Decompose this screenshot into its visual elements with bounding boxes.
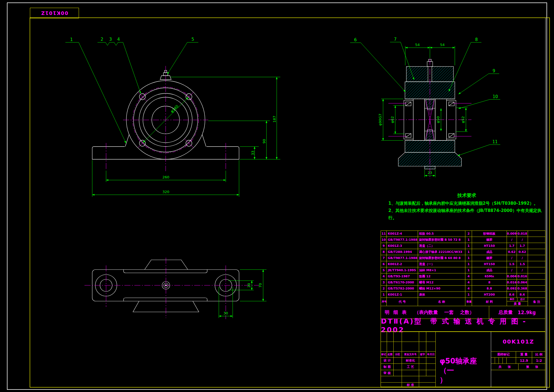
parts-list-header: 序号 代 号 名 称 数量 材 料 单件 总计 质 量 备 注 [381,298,545,306]
cell-no: 2 [381,286,387,292]
cell-code: GB/T6170-2000 [387,280,418,286]
cad-viewer-sheet: { "colors":{"geometry":"#ffffff","dimens… [0,0,554,392]
dim-width-left: 54 [415,43,420,47]
rev-col-docno: 更改文件号 [402,352,419,358]
balloon-10: 10 [493,94,498,99]
cell-material: 成品 [472,267,507,273]
cell-unit-mass: 0.62 [507,249,517,255]
cell-qty: 1 [465,255,472,261]
bottom-dimensions [219,270,266,318]
cell-unit-mass: / [507,255,517,261]
table-row: 1K001Z-1座体1HT2008.68.6 [381,292,545,298]
cell-material: HT150 [472,243,507,249]
cell-remark [528,292,546,298]
table-row: 7GB/T9877.1-1988旋转轴唇形密封圈 B 60 80 81橡胶// [381,255,545,261]
cell-remark [528,267,546,273]
cell-no: 6 [381,261,387,267]
table-row: 2GB/T5782-2000螺栓 M12×9048.80.0920.368 [381,286,545,292]
role-draft: 制 图 [381,364,394,370]
balloon-7: 7 [394,37,397,42]
stamp-weight-value: 12.9 [516,358,532,364]
front-centerlines [106,66,226,171]
cell-code: GB/T9877.1-1988 [387,237,418,243]
table-row: 3GB/T6170-2000螺母 M12480.0160.064 [381,280,545,286]
header-qty: 数量 [465,298,472,306]
cell-name: 座体 [418,292,465,298]
rev-col-date: 年月日 [426,352,436,358]
dim-cover-dia-left: φ62 [390,116,394,123]
total-mass-label: 总质量 [499,309,513,316]
cell-remark [528,237,546,243]
tech-req-line: 1、与滚筒装配后，轴承座内腔中应充满锂基润滑脂2号（SH/T0380-1992）… [388,200,545,207]
dim-bore-fit: φ90G7 [378,114,382,125]
header-mass-total: 总计 [517,298,528,301]
balloon-9: 9 [493,68,495,73]
cell-qty: 2 [465,231,472,237]
cell-unit-mass: / [507,267,517,273]
cell-material: 8.8 [472,286,507,292]
cell-qty: 1 [465,249,472,255]
cell-unit-mass: / [507,237,517,243]
cell-no: 11 [381,231,387,237]
dim-boss-width: 23 [428,171,432,175]
technical-requirements: 技术要求 1、与滚筒装配后，轴承座内腔中应充满锂基润滑脂2号（SH/T0380-… [388,192,545,221]
cell-remark [528,249,546,255]
cell-code: GB/T93-1987 [387,273,418,280]
cell-name: 垫圈 12 [418,273,465,280]
cell-qty: 1 [465,267,472,273]
cell-material: HT150 [472,261,507,267]
cell-remark [528,261,546,267]
header-name: 名 称 [418,298,465,306]
header-mass-label: 质 量 [514,301,521,306]
stamp-scale-value: 1:2 [532,358,546,364]
header-mass-unit: 单件 [507,298,517,301]
table-row: 8GB/T288-1994调心滚子轴承 22210CC/W331成品0.620.… [381,249,545,255]
front-balloons [65,42,198,143]
role-design: 设 计 [381,358,394,364]
cell-total-mass: 0.368 [517,286,528,292]
balloon-11: 11 [492,139,497,144]
cell-qty: 1 [465,261,472,267]
cell-code: K001Z-2 [387,261,418,267]
title-block: 标记 处数 分区 更改文件号 签字 年月日 设 计 标准化 制 图 工 艺 审 … [381,332,545,387]
stamp-weight-label: 重 量 [516,352,532,358]
dim-total-height: 187 [272,116,276,123]
cell-name: 透盖（一） [418,261,465,267]
cell-no: 7 [381,255,387,261]
dim-slot-length: 30 [224,311,228,315]
cell-name: 螺母 M12 [418,280,465,286]
table-row: 9K001Z-3透盖（二）1HT1501.71.7 [381,243,545,249]
header-remark: 备 注 [528,298,546,306]
cell-material: HT200 [472,292,507,298]
cell-no: 5 [381,267,387,273]
parts-list-title: 明 细 表 [385,309,408,316]
cell-code: K001Z-1 [387,292,418,298]
dim-base-width: 320 [163,190,170,194]
drawing-series-title: DTⅡ(A)型 带 式 输 送 机 专 用 图 - 2002 [381,319,545,332]
cell-name: 透盖（二） [418,243,465,249]
dim-slot-span: 260 [163,175,170,179]
part-name: φ50轴承座（一 ） [436,332,491,387]
cell-material: 8 [472,280,507,286]
cell-total-mass: / [517,255,528,261]
front-view [92,66,239,171]
corner-label: 00K101Z [41,10,68,16]
cell-qty: 1 [465,292,472,298]
cell-remark [528,243,546,249]
dim-slot-width: 20 [247,283,251,288]
cell-total-mass: / [517,267,528,273]
part-name-line1: φ50轴承座（一 [440,356,491,375]
cell-code: GB/T5782-2000 [387,286,418,292]
cell-code: K001Z-3 [387,243,418,249]
cell-unit-mass: 0.009 [507,231,517,237]
cell-remark [528,231,546,237]
tech-req-title: 技术要求 [388,192,545,199]
header-material: 材 料 [472,298,507,306]
stamp-mark-label: 图样标记 [491,352,516,358]
dim-width-right: 54 [440,43,445,47]
table-row: 10GB/T9877.1-1988旋转轴唇形密封圈 B 50 72 81橡胶// [381,237,545,243]
cell-total-mass: 1.5 [517,261,528,267]
cell-name: 螺栓 M12×90 [418,286,465,292]
rev-col-zone: 分区 [394,352,402,358]
cell-remark [528,255,546,261]
